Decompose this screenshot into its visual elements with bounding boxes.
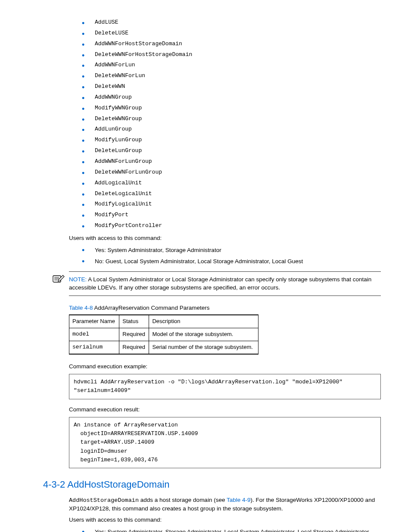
note-text: A Local System Administrator or Local St… <box>69 276 371 291</box>
command-item: ModifyPort <box>69 210 381 221</box>
command-item: AddLunGroup <box>69 124 381 135</box>
table-caption-rest: AddArrayReservation Command Parameters <box>93 305 210 311</box>
th-desc: Description <box>149 315 258 328</box>
command-item: AddWWNForLun <box>69 60 381 71</box>
command-item: DeleteWWNForHostStorageDomain <box>69 50 381 60</box>
access-list: Yes: System Administrator, Storage Admin… <box>69 245 381 267</box>
table-row: modelRequiredModel of the storage subsys… <box>69 328 258 341</box>
command-item: DeleteWWNGroup <box>69 114 381 124</box>
command-item: AddLUSE <box>69 17 381 28</box>
param-desc: Model of the storage subsystem. <box>149 328 258 341</box>
section-heading: 4-3-2 AddHostStorageDomain <box>43 478 381 492</box>
param-table: Parameter Name Status Description modelR… <box>69 314 258 355</box>
command-item: ModifyLogicalUnit <box>69 199 381 210</box>
table-caption-link[interactable]: Table 4-8 <box>69 305 93 311</box>
command-item: ModifyWWNGroup <box>69 103 381 114</box>
section-cmd: AddHostStorageDomain <box>69 497 139 504</box>
command-item: DeleteWWNForLunGroup <box>69 167 381 178</box>
command-item: DeleteLunGroup <box>69 146 381 156</box>
access-item: Yes: System Administrator, Storage Admin… <box>69 245 381 256</box>
table-caption: Table 4-8 AddArrayReservation Command Pa… <box>69 304 381 312</box>
param-desc: Serial number of the storage subsystem. <box>149 341 258 354</box>
command-item: AddLogicalUnit <box>69 178 381 189</box>
note-block: NOTE: A Local System Administrator or Lo… <box>69 271 381 296</box>
command-item: ModifyLunGroup <box>69 135 381 146</box>
access-item: No: Guest, Local System Administrator, L… <box>69 256 381 267</box>
exec-result-label: Command execution result: <box>69 405 381 414</box>
command-item: DeleteLUSE <box>69 28 381 39</box>
param-name: serialnum <box>69 341 119 354</box>
command-item: DeleteWWN <box>69 81 381 92</box>
note-label: NOTE: <box>69 276 87 283</box>
command-item: ModifyPortController <box>69 221 381 231</box>
note-icon <box>53 274 65 283</box>
section-link[interactable]: Table 4-9 <box>227 497 251 503</box>
section-access-intro: Users with access to this command: <box>69 516 381 524</box>
param-status: Required <box>119 341 149 354</box>
exec-example-label: Command execution example: <box>69 362 381 371</box>
section-access-list: Yes: System Administrator, Storage Admin… <box>69 526 381 532</box>
command-item: DeleteWWNForLun <box>69 71 381 81</box>
table-row: serialnumRequiredSerial number of the st… <box>69 341 258 354</box>
access-intro: Users with access to this command: <box>69 234 381 243</box>
exec-example-code: hdvmcli AddArrayReservation -o "D:\logs\… <box>69 374 381 399</box>
command-item: AddWWNForHostStorageDomain <box>69 39 381 50</box>
command-item: DeleteLogicalUnit <box>69 189 381 199</box>
command-list: AddLUSEDeleteLUSEAddWWNForHostStorageDom… <box>69 17 381 231</box>
command-item: AddWWNForLunGroup <box>69 156 381 167</box>
exec-result-code: An instance of ArrayReservation objectID… <box>69 417 381 468</box>
param-name: model <box>69 328 119 341</box>
command-item: AddWWNGroup <box>69 92 381 103</box>
param-status: Required <box>119 328 149 341</box>
th-status: Status <box>119 315 149 328</box>
section-before: adds a host storage domain (see <box>139 497 227 503</box>
th-name: Parameter Name <box>69 315 119 328</box>
access-item: Yes: System Administrator, Storage Admin… <box>69 526 381 532</box>
section-para: AddHostStorageDomain adds a host storage… <box>69 496 381 513</box>
